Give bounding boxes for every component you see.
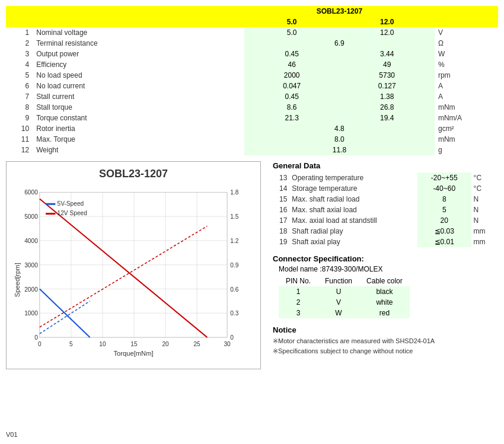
svg-text:10: 10 xyxy=(99,341,106,347)
svg-text:5000: 5000 xyxy=(24,213,38,220)
general-data-title: General Data xyxy=(273,161,498,170)
row-num: 4 xyxy=(6,59,33,70)
table-row: 8 Stall torque 8.6 26.8 mNm xyxy=(6,102,498,113)
table-row: 12 Weight 11.8 g xyxy=(6,145,498,155)
gen-row-num: 17 xyxy=(273,215,289,226)
svg-text:0.3: 0.3 xyxy=(230,310,238,317)
row-val: 4.8 xyxy=(244,123,435,134)
row-val: 6.9 xyxy=(244,38,435,49)
table-row: 2 Terminal resistance 6.9 Ω xyxy=(6,38,498,49)
row-unit: mNm xyxy=(435,134,498,145)
svg-text:6000: 6000 xyxy=(24,189,38,196)
svg-text:5V-Speed: 5V-Speed xyxy=(57,200,84,207)
row-unit: W xyxy=(435,49,498,59)
row-num: 8 xyxy=(6,102,33,113)
row-label: No load speed xyxy=(33,70,244,81)
connector-table-row: 1 U black xyxy=(279,286,410,297)
row-val1: 0.45 xyxy=(244,49,340,59)
row-label: Max. Torque xyxy=(33,134,244,145)
general-table-row: 19 Shaft axial play ≦0.01 mm xyxy=(273,237,498,247)
row-num: 1 xyxy=(6,27,33,38)
general-table: 13 Operating temperature -20~+55 °C 14 S… xyxy=(273,173,498,247)
gen-row-label: Shaft radial play xyxy=(289,226,417,237)
conn-function: U xyxy=(318,286,359,297)
conn-function: V xyxy=(318,297,359,308)
conn-pin: 2 xyxy=(279,297,318,308)
connector-title: Connector Specification: xyxy=(273,254,498,263)
connector-header-pin: PIN No. xyxy=(279,276,318,286)
bottom-section: SOBL23-1207 Speed[rpm] xyxy=(6,161,498,369)
gen-row-label: Max. axial load at standstill xyxy=(289,215,417,226)
svg-text:1.2: 1.2 xyxy=(230,238,238,244)
row-num: 11 xyxy=(6,134,33,145)
row-val2: 0.127 xyxy=(339,81,435,91)
right-section: General Data 13 Operating temperature -2… xyxy=(273,161,498,369)
table-row: 4 Efficiency 46 49 % xyxy=(6,59,498,70)
conn-pin: 1 xyxy=(279,286,318,297)
gen-row-num: 18 xyxy=(273,226,289,237)
version-label: V01 xyxy=(6,431,18,438)
row-val: 11.8 xyxy=(244,145,435,155)
row-val: 8.0 xyxy=(244,134,435,145)
row-unit: % xyxy=(435,59,498,70)
connector-model: Model name :87439-300/MOLEX xyxy=(279,265,498,273)
row-val1: 46 xyxy=(244,59,340,70)
gen-row-num: 13 xyxy=(273,173,289,183)
table-row: 6 No load current 0.047 0.127 A xyxy=(6,81,498,91)
specs-table: SOBL23-1207 5.0 12.0 1 Nominal voltage 5… xyxy=(6,6,498,155)
row-val1: 21.3 xyxy=(244,113,340,123)
table-row: 11 Max. Torque 8.0 mNm xyxy=(6,134,498,145)
row-num: 12 xyxy=(6,145,33,155)
general-table-row: 17 Max. axial load at standstill 20 N xyxy=(273,215,498,226)
connector-header-function: Function xyxy=(318,276,359,286)
general-table-row: 13 Operating temperature -20~+55 °C xyxy=(273,173,498,183)
subheader-val1: 5.0 xyxy=(244,17,340,27)
chart-title: SOBL23-1207 xyxy=(12,168,254,180)
row-num: 3 xyxy=(6,49,33,59)
row-label: No load current xyxy=(33,81,244,91)
svg-text:0: 0 xyxy=(230,334,234,341)
row-val1: 2000 xyxy=(244,70,340,81)
svg-text:30: 30 xyxy=(224,341,231,347)
svg-text:Speed[rpm]: Speed[rpm] xyxy=(14,263,21,297)
table-row: 9 Torque constant 21.3 19.4 mNm/A xyxy=(6,113,498,123)
table-row: 3 Output power 0.45 3.44 W xyxy=(6,49,498,59)
conn-color: red xyxy=(359,308,410,318)
conn-color: black xyxy=(359,286,410,297)
gen-row-num: 15 xyxy=(273,194,289,205)
row-unit: Ω xyxy=(435,38,498,49)
general-table-row: 14 Storage temperature -40~60 °C xyxy=(273,183,498,194)
row-num: 10 xyxy=(6,123,33,134)
row-val2: 19.4 xyxy=(339,113,435,123)
svg-text:0: 0 xyxy=(38,341,42,347)
connector-table-row: 3 W red xyxy=(279,308,410,318)
row-label: Efficiency xyxy=(33,59,244,70)
gen-row-unit: °C xyxy=(471,173,498,183)
row-val2: 3.44 xyxy=(339,49,435,59)
row-val2: 1.38 xyxy=(339,91,435,102)
gen-row-label: Max. shaft axial load xyxy=(289,205,417,215)
row-unit: V xyxy=(435,27,498,38)
row-val2: 49 xyxy=(339,59,435,70)
gen-row-unit: mm xyxy=(471,226,498,237)
gen-row-label: Storage temperature xyxy=(289,183,417,194)
row-unit: mNm/A xyxy=(435,113,498,123)
row-label: Stall current xyxy=(33,91,244,102)
svg-text:1000: 1000 xyxy=(24,310,38,317)
gen-row-val: ≦0.01 xyxy=(417,237,471,247)
subheader-label xyxy=(33,17,244,27)
row-num: 5 xyxy=(6,70,33,81)
svg-text:20: 20 xyxy=(162,341,169,347)
conn-pin: 3 xyxy=(279,308,318,318)
row-label: Terminal resistance xyxy=(33,38,244,49)
header-model: SOBL23-1207 xyxy=(244,6,435,17)
connector-table: PIN No. Function Cable color 1 U black 2… xyxy=(279,276,410,318)
row-num: 9 xyxy=(6,113,33,123)
svg-text:25: 25 xyxy=(193,341,200,347)
svg-text:4000: 4000 xyxy=(24,238,38,244)
connector-table-row: 2 V white xyxy=(279,297,410,308)
svg-text:0.9: 0.9 xyxy=(230,262,238,269)
row-label: Torque constant xyxy=(33,113,244,123)
row-label: Output power xyxy=(33,49,244,59)
row-unit: mNm xyxy=(435,102,498,113)
